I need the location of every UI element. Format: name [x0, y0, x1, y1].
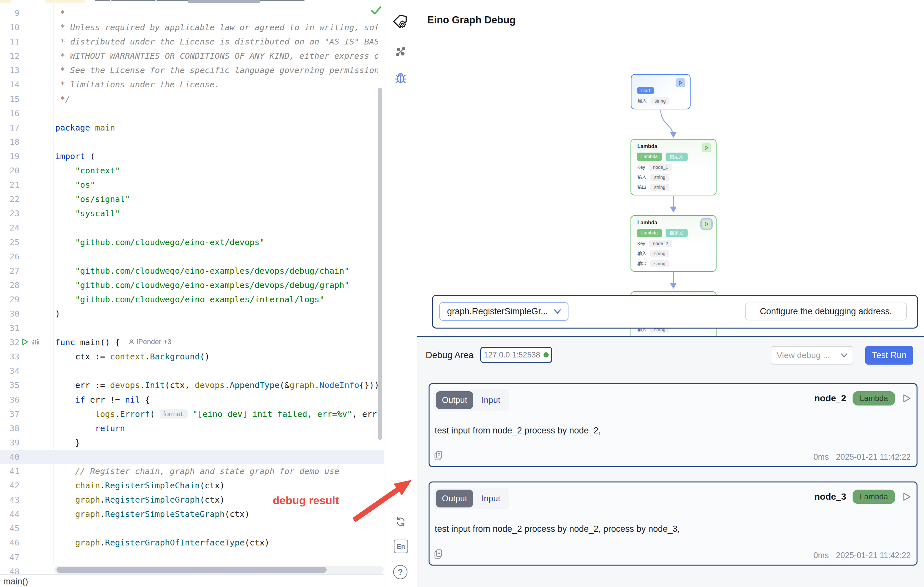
code-line[interactable]: 40: [0, 450, 384, 464]
code-line[interactable]: 17package main: [0, 120, 384, 135]
language-en-icon[interactable]: En: [394, 539, 408, 553]
node-field-label: Key: [637, 241, 645, 246]
code-line[interactable]: 11 * distributed under the License is di…: [0, 35, 384, 49]
code-line[interactable]: 22 "os/signal": [0, 192, 384, 206]
code-editor[interactable]: * http://www.apache.org/licenses/LICENSE…: [0, 0, 384, 574]
line-number: 32: [0, 335, 20, 350]
line-number: 24: [0, 221, 20, 235]
code-line[interactable]: 41 // Register chain, graph and state_gr…: [0, 464, 384, 478]
breadcrumb-main[interactable]: main(): [3, 577, 28, 587]
graph-topology-icon[interactable]: [393, 44, 408, 59]
code-line[interactable]: 37 logs.Errorf( format: "[eino dev] init…: [0, 407, 384, 421]
tab-input[interactable]: Input: [482, 395, 506, 405]
code-line[interactable]: 23 "syscall": [0, 206, 384, 221]
view-debug-dropdown[interactable]: View debug ...: [771, 346, 853, 364]
debug-address-badge[interactable]: 127.0.0.1:52538: [480, 347, 552, 363]
graph-canvas[interactable]: start输入stringLambdaLambda自定义Keynode_1输入s…: [417, 33, 924, 336]
result-body-text: test input from node_2 process by node_2…: [435, 425, 601, 436]
top-scrollbar-thumb[interactable]: [188, 0, 261, 3]
refresh-icon[interactable]: [393, 514, 408, 529]
code-line[interactable]: 28 "github.com/cloudwego/eino-examples/d…: [0, 278, 384, 292]
line-number: 12: [0, 49, 20, 63]
code-line[interactable]: 33 ctx := context.Background(): [0, 350, 384, 364]
code-line[interactable]: 9 *: [0, 6, 384, 20]
code-line[interactable]: 13 * See the License for the specific la…: [0, 63, 384, 77]
editor-vertical-scrollbar[interactable]: [378, 87, 382, 440]
code-line[interactable]: 20 "context": [0, 163, 384, 178]
code-line[interactable]: 30): [0, 307, 384, 321]
node-run-icon[interactable]: [701, 219, 711, 229]
code-line[interactable]: 10 * Unless required by applicable law o…: [0, 20, 384, 35]
node-play-icon[interactable]: [902, 394, 911, 403]
node-run-icon[interactable]: [701, 143, 711, 152]
node-field-value: string: [650, 184, 669, 191]
code-line[interactable]: 18: [0, 135, 384, 149]
node-field-row: 输入string: [638, 97, 670, 104]
test-run-button[interactable]: Test Run: [865, 346, 913, 364]
tab-output[interactable]: Output: [436, 490, 473, 508]
code-line[interactable]: 24: [0, 221, 384, 235]
code-line[interactable]: 12 * WITHOUT WARRANTIES OR CONDITIONS OF…: [0, 49, 384, 63]
code-text: graph.RegisterGraphOfInterfaceType(ctx): [55, 535, 378, 550]
code-line[interactable]: 31: [0, 321, 384, 335]
help-icon[interactable]: ?: [393, 565, 408, 579]
code-line[interactable]: 36 if err != nil {: [0, 392, 384, 407]
code-text: "os": [55, 178, 378, 192]
node-field-value: string: [650, 250, 669, 257]
node-run-icon[interactable]: [676, 78, 685, 87]
panel-divider: [384, 0, 384, 587]
code-line[interactable]: 45: [0, 521, 384, 535]
code-line[interactable]: 21 "os": [0, 178, 384, 192]
copy-icon[interactable]: [434, 549, 443, 561]
eino-logo-icon[interactable]: [393, 14, 408, 29]
code-line[interactable]: 39 }: [0, 435, 384, 450]
node-play-icon[interactable]: [902, 492, 911, 501]
copy-icon[interactable]: [434, 451, 443, 462]
graph-select-dropdown[interactable]: graph.RegisterSimpleGr...: [439, 302, 569, 321]
section-separator[interactable]: [417, 336, 924, 337]
run-main-icon[interactable]: [21, 338, 28, 347]
line-number: 16: [0, 106, 20, 120]
debug-address: 127.0.0.1:52538: [484, 350, 540, 359]
line-number: 44: [0, 507, 20, 521]
graph-node-node_2[interactable]: LambdaLambda自定义Keynode_2输入string输出string: [630, 215, 716, 272]
result-tabs: OutputInput: [434, 488, 509, 510]
code-line[interactable]: 32func main() { IPender +3: [0, 335, 384, 350]
code-line[interactable]: 19import (: [0, 149, 384, 163]
profiler-icon[interactable]: [32, 338, 40, 346]
result-card-node_2: OutputInputnode_2Lambdatest input from n…: [429, 383, 917, 467]
code-line[interactable]: 34: [0, 364, 384, 378]
code-line[interactable]: 26: [0, 249, 384, 264]
debug-area-label: Debug Area: [426, 350, 474, 360]
line-number: 40: [0, 450, 20, 464]
inspections-ok-check-icon[interactable]: [371, 6, 382, 16]
code-text: */: [55, 92, 378, 106]
code-vision-authors[interactable]: IPender +3: [129, 338, 172, 346]
tab-input[interactable]: Input: [482, 493, 506, 504]
graph-node-node_1[interactable]: LambdaLambda自定义Keynode_1输入string输出string: [630, 139, 716, 195]
code-text: * See the License for the specific langu…: [55, 63, 378, 77]
start-badge: start: [637, 87, 654, 94]
debug-bug-icon[interactable]: [393, 70, 408, 85]
code-line[interactable]: 14 * limitations under the License.: [0, 77, 384, 92]
graph-node-start[interactable]: start输入string: [631, 74, 691, 109]
code-line[interactable]: 25 "github.com/cloudwego/eino-ext/devops…: [0, 235, 384, 249]
graph-select-value: graph.RegisterSimpleGr...: [447, 307, 548, 317]
code-line[interactable]: 27 "github.com/cloudwego/eino-examples/d…: [0, 264, 384, 278]
code-line[interactable]: 15 */: [0, 92, 384, 106]
code-line[interactable]: 44 graph.RegisterSimpleStateGraph(ctx): [0, 507, 384, 521]
annotation-debug-result-label: debug result: [273, 494, 339, 507]
line-number: 36: [0, 392, 20, 407]
node-chips: Lambda自定义: [637, 153, 688, 161]
line-number: 48: [0, 564, 20, 574]
configure-address-button[interactable]: Configure the debugging address.: [745, 303, 907, 320]
editor-horizontal-scrollbar-thumb[interactable]: [56, 567, 327, 573]
code-line[interactable]: 16: [0, 106, 384, 120]
code-line[interactable]: 29 "github.com/cloudwego/eino-examples/i…: [0, 292, 384, 307]
tab-output[interactable]: Output: [436, 391, 473, 409]
code-line[interactable]: 47: [0, 550, 384, 564]
code-line[interactable]: 38 return: [0, 421, 384, 435]
code-line[interactable]: 35 err := devops.Init(ctx, devops.Append…: [0, 378, 384, 392]
code-line[interactable]: 42 chain.RegisterSimpleChain(ctx): [0, 478, 384, 493]
code-line[interactable]: 46 graph.RegisterGraphOfInterfaceType(ct…: [0, 535, 384, 550]
